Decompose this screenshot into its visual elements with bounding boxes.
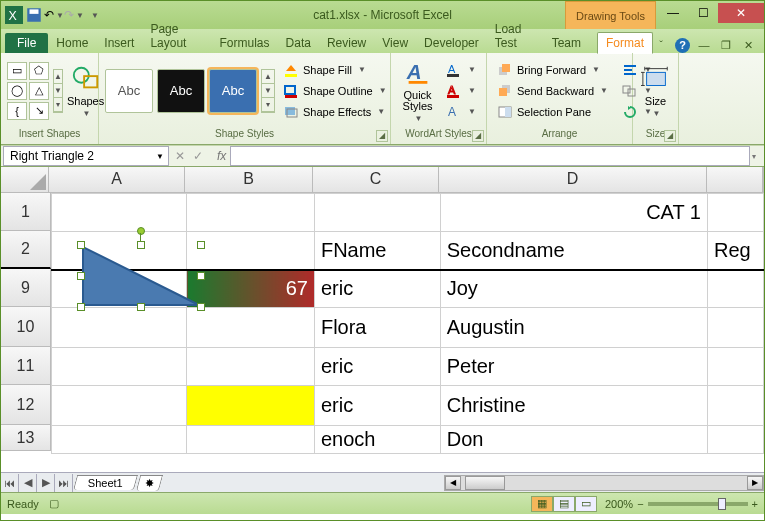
tab-formulas[interactable]: Formulas [212,33,278,53]
style-light[interactable]: Abc [105,69,153,113]
cell[interactable] [52,386,187,426]
help-icon[interactable]: ? [675,38,690,53]
row-header[interactable]: 12 [1,385,51,425]
cell[interactable]: Peter [440,348,707,386]
tab-home[interactable]: Home [48,33,96,53]
redo-icon[interactable]: ↷▼ [65,6,83,24]
cell[interactable] [187,348,315,386]
zoom-level[interactable]: 200% [605,498,633,510]
cell[interactable] [708,386,764,426]
workbook-minimize-icon[interactable]: — [696,37,712,53]
gallery-scroll[interactable]: ▲▼▾ [53,69,63,113]
cell[interactable]: eric [314,270,440,308]
resize-handle[interactable] [77,303,85,311]
cell[interactable] [708,348,764,386]
cell[interactable]: Flora [314,308,440,348]
prev-sheet-icon[interactable]: ◀ [19,474,37,492]
resize-handle[interactable] [197,272,205,280]
tab-page-layout[interactable]: Page Layout [142,19,211,53]
text-outline-button[interactable]: A▼ [442,81,480,101]
cells-grid[interactable]: CAT 1FNameSecondnameReg67ericJoyFloraAug… [51,193,764,454]
cell[interactable] [708,270,764,308]
bring-forward-button[interactable]: Bring Forward▼ [493,60,612,80]
tab-format[interactable]: Format [597,32,653,54]
enter-formula-icon[interactable]: ✓ [193,149,209,163]
cell[interactable]: Don [440,426,707,454]
workbook-restore-icon[interactable]: ❐ [718,37,734,53]
style-dark[interactable]: Abc [157,69,205,113]
size-button[interactable]: Size▼ [639,58,672,124]
send-backward-button[interactable]: Send Backward▼ [493,81,612,101]
zoom-out-icon[interactable]: − [637,498,643,510]
cell[interactable] [52,348,187,386]
cell[interactable]: FName [314,232,440,270]
cell[interactable]: 67 [187,270,315,308]
tab-view[interactable]: View [374,33,416,53]
cell[interactable]: Christine [440,386,707,426]
resize-handle[interactable] [137,241,145,249]
zoom-slider-thumb[interactable] [718,498,726,510]
tab-developer[interactable]: Developer [416,33,487,53]
cell[interactable] [187,308,315,348]
close-button[interactable]: ✕ [718,3,764,23]
cell[interactable]: Augustin [440,308,707,348]
sheet-tab[interactable]: Sheet1 [73,475,138,490]
column-header[interactable]: B [185,167,313,193]
cell[interactable] [314,194,440,232]
undo-icon[interactable]: ↶▼ [45,6,63,24]
name-box[interactable]: Right Triangle 2▼ [3,146,169,166]
zoom-in-icon[interactable]: + [752,498,758,510]
minimize-button[interactable]: — [658,3,688,23]
cell[interactable]: enoch [314,426,440,454]
style-blue[interactable]: Abc [209,69,257,113]
workbook-close-icon[interactable]: ✕ [740,37,756,53]
dialog-launcher-icon[interactable]: ◢ [376,130,388,142]
next-sheet-icon[interactable]: ▶ [37,474,55,492]
tab-data[interactable]: Data [278,33,319,53]
fx-icon[interactable]: fx [213,149,230,163]
style-gallery[interactable]: Abc Abc Abc ▲▼▾ [105,69,275,113]
cell[interactable] [187,232,315,270]
cell[interactable] [52,194,187,232]
select-all-corner[interactable] [1,167,49,193]
selection-pane-button[interactable]: Selection Pane [493,102,612,122]
zoom-slider[interactable] [648,502,748,506]
page-break-view-icon[interactable]: ▭ [575,496,597,512]
tab-team[interactable]: Team [544,33,589,53]
text-effects-button[interactable]: A▼ [442,102,480,122]
resize-handle[interactable] [77,272,85,280]
scroll-left-icon[interactable]: ◀ [445,476,461,490]
cell[interactable]: Joy [440,270,707,308]
resize-handle[interactable] [137,303,145,311]
cell[interactable]: eric [314,386,440,426]
scroll-right-icon[interactable]: ▶ [747,476,763,490]
row-header[interactable]: 1 [1,193,51,231]
column-header[interactable]: C [313,167,439,193]
cell[interactable]: Reg [708,232,764,270]
horizontal-scrollbar[interactable]: ◀ ▶ [444,475,764,491]
tab-insert[interactable]: Insert [96,33,142,53]
maximize-button[interactable]: ☐ [688,3,718,23]
cell[interactable] [187,426,315,454]
tab-load-test[interactable]: Load Test [487,19,544,53]
file-tab[interactable]: File [5,33,48,53]
row-header[interactable]: 11 [1,347,51,385]
cell[interactable] [708,308,764,348]
cell[interactable]: CAT 1 [440,194,707,232]
style-gallery-scroll[interactable]: ▲▼▾ [261,69,275,113]
column-header[interactable]: D [439,167,707,193]
shape-fill-button[interactable]: Shape Fill▼ [279,60,391,80]
cancel-formula-icon[interactable]: ✕ [175,149,191,163]
cell[interactable] [52,308,187,348]
cell[interactable] [52,426,187,454]
first-sheet-icon[interactable]: ⏮ [1,474,19,492]
shape-outline-button[interactable]: Shape Outline▼ [279,81,391,101]
cell[interactable]: Secondname [440,232,707,270]
shape-effects-button[interactable]: Shape Effects▼ [279,102,391,122]
scroll-thumb[interactable] [465,476,505,490]
cell[interactable] [187,386,315,426]
excel-icon[interactable]: X [5,6,23,24]
row-header[interactable]: 9 [1,269,51,307]
column-header[interactable]: A [49,167,185,193]
resize-handle[interactable] [197,303,205,311]
